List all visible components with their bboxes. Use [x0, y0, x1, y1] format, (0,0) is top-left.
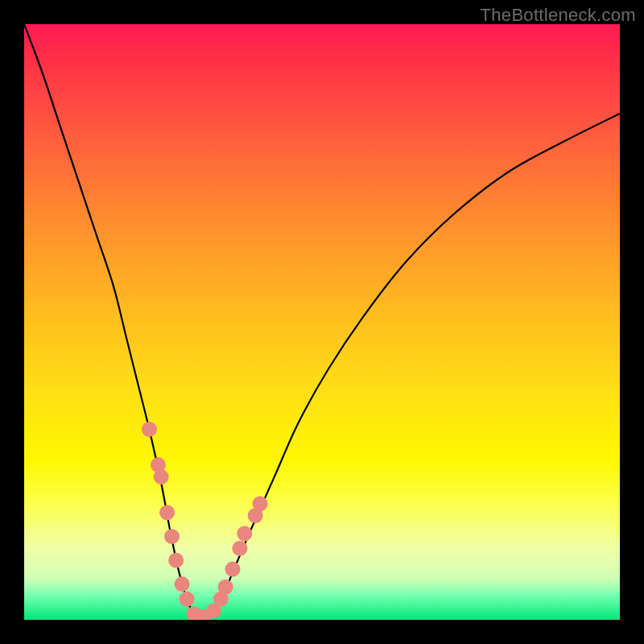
data-marker [142, 422, 157, 437]
marker-group [142, 422, 268, 620]
data-marker [154, 469, 169, 485]
watermark-text: TheBottleneck.com [481, 5, 636, 26]
bottleneck-curve [24, 24, 620, 619]
data-marker [218, 580, 233, 595]
data-marker [159, 505, 175, 520]
data-marker [168, 553, 184, 568]
data-marker [175, 576, 190, 592]
data-marker [225, 562, 241, 577]
data-marker [237, 526, 252, 541]
data-marker [164, 529, 180, 544]
data-marker [232, 541, 247, 556]
data-marker [180, 592, 195, 607]
data-marker [253, 496, 268, 511]
chart-svg [24, 24, 620, 620]
chart-frame: TheBottleneck.com [0, 0, 644, 644]
plot-area [24, 24, 620, 620]
